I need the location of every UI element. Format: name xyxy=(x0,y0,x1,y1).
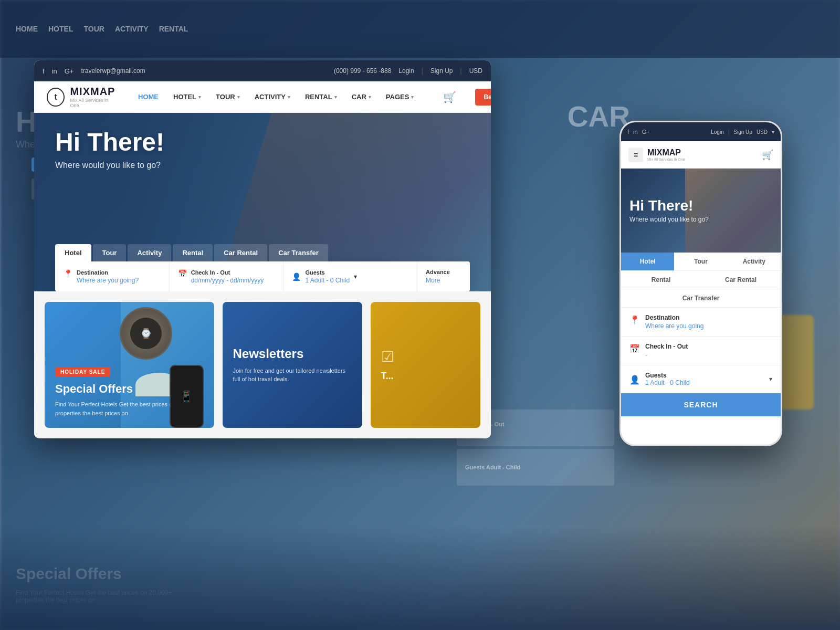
nav-home[interactable]: HOME xyxy=(138,93,159,101)
hero-subtitle: Where would you like to go? xyxy=(55,161,470,170)
mobile-nav: ≡ MIXMAP Mix All Services in One 🛒 xyxy=(621,141,781,169)
mobile-mockup: f in G+ Login | Sign Up USD ▾ ≡ MIXMAP M… xyxy=(620,121,782,446)
checkin-value: dd/mm/yyyy - dd/mm/yyyy xyxy=(191,277,264,284)
tab-car-transfer[interactable]: Car Transfer xyxy=(269,244,328,261)
nav-tour[interactable]: TOUR ▾ xyxy=(216,93,240,101)
mobile-hero-title: Hi There! xyxy=(629,198,772,214)
mobile-hero-content: Hi There! Where would you like to go? xyxy=(629,198,772,224)
checkin-label: Check In - Out xyxy=(191,269,264,276)
topbar-divider: | xyxy=(422,67,423,75)
tab-rental[interactable]: Rental xyxy=(173,244,213,261)
mobile-logo-box: ≡ xyxy=(628,148,643,162)
mobile-guests-value: 1 Adult - 0 Child xyxy=(645,379,769,386)
topbar-divider2: | xyxy=(460,67,462,75)
mobile-tabs-row2: Rental Car Rental xyxy=(621,271,781,289)
advance-field[interactable]: Advance More xyxy=(417,261,470,291)
mobile-in-icon[interactable]: in xyxy=(633,129,638,135)
mobile-destination-value: Where are you going xyxy=(645,322,704,330)
mobile-tab-car-transfer[interactable]: Car Transfer xyxy=(621,289,781,307)
cart-button[interactable]: 🛒 xyxy=(443,91,456,103)
guests-field[interactable]: 👤 Guests 1 Adult - 0 Child ▾ xyxy=(284,262,417,291)
mobile-search-button[interactable]: SEARCH xyxy=(621,393,781,416)
mobile-logo-texts: MIXMAP Mix All Services in One xyxy=(647,148,685,161)
logo-title: MIXMAP xyxy=(70,86,116,98)
mobile-currency-arrow: ▾ xyxy=(772,129,774,135)
mobile-tab-hotel[interactable]: Hotel xyxy=(621,253,674,270)
mobile-checkin-texts: Check In - Out - xyxy=(645,343,688,359)
mobile-guests-icon: 👤 xyxy=(629,375,640,385)
nav-rental[interactable]: RENTAL ▾ xyxy=(305,93,337,101)
mobile-logo-icon: ≡ xyxy=(634,151,638,159)
tips-card: ☑ T... xyxy=(371,302,481,428)
mobile-checkin-field[interactable]: 📅 Check In - Out - xyxy=(621,337,781,365)
tab-activity[interactable]: Activity xyxy=(128,244,171,261)
nav-hotel[interactable]: HOTEL ▾ xyxy=(173,93,201,101)
mobile-logo-title: MIXMAP xyxy=(647,148,685,158)
mobile-cart-icon[interactable]: 🛒 xyxy=(762,149,773,161)
topbar-left: f in G+ travelerwp@gmail.com xyxy=(43,67,145,75)
special-offers-card: ⌚ 📱 HOLIDAY SALE Special Offers Find You… xyxy=(45,302,214,428)
bg-nav-rental: RENTAL xyxy=(159,25,188,33)
browser-topbar: f in G+ travelerwp@gmail.com (000) 999 -… xyxy=(34,60,491,81)
mobile-checkin-value: - xyxy=(645,351,688,359)
topbar-currency[interactable]: USD xyxy=(469,67,482,75)
mobile-tab-tour[interactable]: Tour xyxy=(674,253,727,270)
mobile-tab-rental[interactable]: Rental xyxy=(621,271,701,289)
mobile-destination-field[interactable]: 📍 Destination Where are you going xyxy=(621,308,781,337)
destination-field[interactable]: 📍 Destination Where are you going? xyxy=(55,262,170,291)
bg-guests-field: Guests Adult - Child xyxy=(457,449,614,486)
mobile-logo: ≡ MIXMAP Mix All Services in One xyxy=(628,148,685,162)
search-section: Hotel Tour Activity Rental Car Rental Ca… xyxy=(55,232,470,291)
mobile-topbar-left: f in G+ xyxy=(627,129,650,135)
mobile-signup[interactable]: Sign Up xyxy=(733,129,752,135)
advance-label: Advance xyxy=(426,269,461,275)
bg-nav-hotel: HOTEL xyxy=(48,25,73,33)
newsletters-title: Newsletters xyxy=(233,346,352,361)
destination-value: Where are you going? xyxy=(77,277,139,284)
checkin-field[interactable]: 📅 Check In - Out dd/mm/yyyy - dd/mm/yyyy xyxy=(170,262,284,291)
mobile-currency[interactable]: USD xyxy=(757,129,768,135)
nav-activity[interactable]: ACTIVITY ▾ xyxy=(255,93,290,101)
bg-guests-label: Guests Adult - Child xyxy=(465,464,606,470)
browser-nav: t MIXMAP Mix All Services in One HOME HO… xyxy=(34,81,491,113)
topbar-login[interactable]: Login xyxy=(398,67,414,75)
mobile-destination-label: Destination xyxy=(645,314,704,321)
nav-pages[interactable]: PAGES ▾ xyxy=(386,93,414,101)
tips-icon: ☑ xyxy=(381,348,470,365)
destination-label: Destination xyxy=(77,269,139,276)
linkedin-icon[interactable]: in xyxy=(52,67,57,75)
nav-car[interactable]: CAR ▾ xyxy=(352,93,371,101)
topbar-signup[interactable]: Sign Up xyxy=(430,67,453,75)
guests-label: Guests xyxy=(305,269,350,276)
guests-value: 1 Adult - 0 Child xyxy=(305,277,350,284)
mobile-guests-field[interactable]: 👤 Guests 1 Adult - 0 Child ▾ xyxy=(621,365,781,393)
mobile-gplus-icon[interactable]: G+ xyxy=(642,129,650,135)
hero-content: Hi There! Where would you like to go? xyxy=(55,129,470,170)
mobile-tab-activity[interactable]: Activity xyxy=(728,253,781,270)
mobile-tab-car-rental[interactable]: Car Rental xyxy=(701,271,781,289)
desktop-browser: f in G+ travelerwp@gmail.com (000) 999 -… xyxy=(34,60,491,438)
bg-nav-home: HOME xyxy=(16,25,38,33)
holiday-badge: HOLIDAY SALE xyxy=(55,367,110,377)
fb-icon[interactable]: f xyxy=(43,67,45,75)
mobile-fb-icon[interactable]: f xyxy=(627,129,629,135)
logo: t MIXMAP Mix All Services in One xyxy=(47,86,116,108)
destination-icon: 📍 xyxy=(64,269,72,278)
mobile-search-form: Hotel Tour Activity Rental Car Rental Ca… xyxy=(621,253,781,416)
advance-more[interactable]: More xyxy=(426,277,461,284)
content-section: ⌚ 📱 HOLIDAY SALE Special Offers Find You… xyxy=(34,291,491,438)
mobile-tabs-row3: Car Transfer xyxy=(621,289,781,308)
become-expert-button[interactable]: Become Local Expert xyxy=(475,89,491,106)
tab-car-rental[interactable]: Car Rental xyxy=(214,244,267,261)
gplus-icon[interactable]: G+ xyxy=(65,67,74,75)
bg-nav-activity: ACTIVITY xyxy=(115,25,149,33)
mobile-topbar: f in G+ Login | Sign Up USD ▾ xyxy=(621,122,781,141)
logo-subtitle: Mix All Services in One xyxy=(70,98,116,108)
mobile-topbar-right: Login | Sign Up USD ▾ xyxy=(711,129,774,135)
mobile-tabs-row1: Hotel Tour Activity xyxy=(621,253,781,271)
mobile-login[interactable]: Login xyxy=(711,129,723,135)
topbar-email: travelerwp@gmail.com xyxy=(81,67,145,75)
tab-tour[interactable]: Tour xyxy=(93,244,127,261)
mobile-guests-content: Guests 1 Adult - 0 Child xyxy=(645,372,769,386)
tab-hotel[interactable]: Hotel xyxy=(55,244,91,261)
